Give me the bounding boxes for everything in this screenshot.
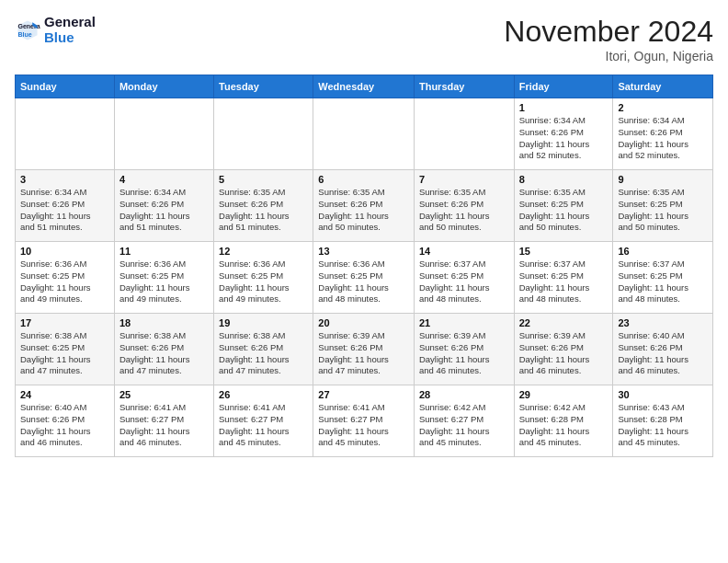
day-info: Sunrise: 6:35 AM Sunset: 6:26 PM Dayligh… xyxy=(318,187,409,234)
location: Itori, Ogun, Nigeria xyxy=(504,49,713,63)
day-info: Sunrise: 6:38 AM Sunset: 6:25 PM Dayligh… xyxy=(20,330,109,377)
day-number: 25 xyxy=(119,389,209,400)
day-number: 2 xyxy=(618,102,708,113)
day-info: Sunrise: 6:39 AM Sunset: 6:26 PM Dayligh… xyxy=(519,330,609,377)
calendar-table: SundayMondayTuesdayWednesdayThursdayFrid… xyxy=(15,75,713,457)
day-cell: 20Sunrise: 6:39 AM Sunset: 6:26 PM Dayli… xyxy=(313,314,415,385)
week-row-4: 17Sunrise: 6:38 AM Sunset: 6:25 PM Dayli… xyxy=(16,314,713,385)
day-cell: 26Sunrise: 6:41 AM Sunset: 6:27 PM Dayli… xyxy=(214,385,313,457)
title-block: November 2024 Itori, Ogun, Nigeria xyxy=(504,15,713,63)
day-number: 13 xyxy=(318,246,409,257)
day-info: Sunrise: 6:35 AM Sunset: 6:25 PM Dayligh… xyxy=(618,187,708,234)
day-number: 14 xyxy=(419,246,509,257)
svg-text:Blue: Blue xyxy=(18,31,32,38)
day-number: 4 xyxy=(119,174,209,185)
day-cell: 11Sunrise: 6:36 AM Sunset: 6:25 PM Dayli… xyxy=(114,242,213,314)
day-number: 21 xyxy=(419,317,509,328)
day-number: 23 xyxy=(618,317,708,328)
day-cell: 7Sunrise: 6:35 AM Sunset: 6:26 PM Daylig… xyxy=(414,170,514,242)
day-number: 10 xyxy=(20,246,109,257)
day-number: 9 xyxy=(618,174,708,185)
day-number: 8 xyxy=(519,174,609,185)
calendar-header: SundayMondayTuesdayWednesdayThursdayFrid… xyxy=(16,75,713,98)
day-info: Sunrise: 6:34 AM Sunset: 6:26 PM Dayligh… xyxy=(519,115,609,162)
day-number: 20 xyxy=(318,317,409,328)
day-info: Sunrise: 6:40 AM Sunset: 6:26 PM Dayligh… xyxy=(20,402,109,449)
day-info: Sunrise: 6:37 AM Sunset: 6:25 PM Dayligh… xyxy=(419,259,509,305)
week-row-5: 24Sunrise: 6:40 AM Sunset: 6:26 PM Dayli… xyxy=(16,385,713,457)
header-day-thursday: Thursday xyxy=(414,75,514,98)
month-title: November 2024 xyxy=(504,15,713,49)
day-cell: 24Sunrise: 6:40 AM Sunset: 6:26 PM Dayli… xyxy=(16,385,115,457)
day-number: 29 xyxy=(519,389,609,400)
day-cell: 2Sunrise: 6:34 AM Sunset: 6:26 PM Daylig… xyxy=(613,98,713,170)
header-day-friday: Friday xyxy=(514,75,613,98)
week-row-3: 10Sunrise: 6:36 AM Sunset: 6:25 PM Dayli… xyxy=(16,242,713,314)
day-info: Sunrise: 6:43 AM Sunset: 6:28 PM Dayligh… xyxy=(618,402,708,449)
day-cell: 8Sunrise: 6:35 AM Sunset: 6:25 PM Daylig… xyxy=(514,170,613,242)
header-day-saturday: Saturday xyxy=(613,75,713,98)
day-number: 17 xyxy=(20,317,109,328)
day-cell: 19Sunrise: 6:38 AM Sunset: 6:26 PM Dayli… xyxy=(214,314,313,385)
day-number: 27 xyxy=(318,389,409,400)
day-info: Sunrise: 6:38 AM Sunset: 6:26 PM Dayligh… xyxy=(219,330,308,377)
header-day-tuesday: Tuesday xyxy=(214,75,313,98)
day-cell: 28Sunrise: 6:42 AM Sunset: 6:27 PM Dayli… xyxy=(414,385,514,457)
day-number: 5 xyxy=(219,174,308,185)
day-cell: 6Sunrise: 6:35 AM Sunset: 6:26 PM Daylig… xyxy=(313,170,415,242)
day-info: Sunrise: 6:39 AM Sunset: 6:26 PM Dayligh… xyxy=(419,330,509,377)
day-info: Sunrise: 6:41 AM Sunset: 6:27 PM Dayligh… xyxy=(219,402,308,449)
day-number: 19 xyxy=(219,317,308,328)
day-cell: 3Sunrise: 6:34 AM Sunset: 6:26 PM Daylig… xyxy=(16,170,115,242)
day-info: Sunrise: 6:35 AM Sunset: 6:26 PM Dayligh… xyxy=(419,187,509,234)
day-info: Sunrise: 6:40 AM Sunset: 6:26 PM Dayligh… xyxy=(618,330,708,377)
day-info: Sunrise: 6:34 AM Sunset: 6:26 PM Dayligh… xyxy=(119,187,209,234)
page-header: General Blue General Blue November 2024 … xyxy=(15,15,713,63)
header-row: SundayMondayTuesdayWednesdayThursdayFrid… xyxy=(16,75,713,98)
day-info: Sunrise: 6:37 AM Sunset: 6:25 PM Dayligh… xyxy=(618,259,708,305)
day-number: 15 xyxy=(519,246,609,257)
day-cell xyxy=(414,98,514,170)
day-info: Sunrise: 6:42 AM Sunset: 6:27 PM Dayligh… xyxy=(419,402,509,449)
day-number: 7 xyxy=(419,174,509,185)
day-cell: 29Sunrise: 6:42 AM Sunset: 6:28 PM Dayli… xyxy=(514,385,613,457)
day-number: 12 xyxy=(219,246,308,257)
day-number: 24 xyxy=(20,389,109,400)
day-info: Sunrise: 6:41 AM Sunset: 6:27 PM Dayligh… xyxy=(119,402,209,449)
day-cell: 12Sunrise: 6:36 AM Sunset: 6:25 PM Dayli… xyxy=(214,242,313,314)
week-row-2: 3Sunrise: 6:34 AM Sunset: 6:26 PM Daylig… xyxy=(16,170,713,242)
day-number: 30 xyxy=(618,389,708,400)
calendar-body: 1Sunrise: 6:34 AM Sunset: 6:26 PM Daylig… xyxy=(16,98,713,457)
day-cell xyxy=(214,98,313,170)
day-cell: 10Sunrise: 6:36 AM Sunset: 6:25 PM Dayli… xyxy=(16,242,115,314)
header-day-sunday: Sunday xyxy=(16,75,115,98)
day-info: Sunrise: 6:36 AM Sunset: 6:25 PM Dayligh… xyxy=(318,259,409,305)
day-info: Sunrise: 6:36 AM Sunset: 6:25 PM Dayligh… xyxy=(219,259,308,305)
day-cell: 13Sunrise: 6:36 AM Sunset: 6:25 PM Dayli… xyxy=(313,242,415,314)
day-cell: 18Sunrise: 6:38 AM Sunset: 6:26 PM Dayli… xyxy=(114,314,213,385)
day-info: Sunrise: 6:41 AM Sunset: 6:27 PM Dayligh… xyxy=(318,402,409,449)
day-cell xyxy=(313,98,415,170)
header-day-wednesday: Wednesday xyxy=(313,75,415,98)
day-cell: 5Sunrise: 6:35 AM Sunset: 6:26 PM Daylig… xyxy=(214,170,313,242)
day-number: 11 xyxy=(119,246,209,257)
day-cell: 17Sunrise: 6:38 AM Sunset: 6:25 PM Dayli… xyxy=(16,314,115,385)
day-cell: 15Sunrise: 6:37 AM Sunset: 6:25 PM Dayli… xyxy=(514,242,613,314)
day-cell: 27Sunrise: 6:41 AM Sunset: 6:27 PM Dayli… xyxy=(313,385,415,457)
day-cell: 22Sunrise: 6:39 AM Sunset: 6:26 PM Dayli… xyxy=(514,314,613,385)
day-cell: 21Sunrise: 6:39 AM Sunset: 6:26 PM Dayli… xyxy=(414,314,514,385)
day-info: Sunrise: 6:35 AM Sunset: 6:25 PM Dayligh… xyxy=(519,187,609,234)
day-cell xyxy=(114,98,213,170)
day-cell: 30Sunrise: 6:43 AM Sunset: 6:28 PM Dayli… xyxy=(613,385,713,457)
logo: General Blue General Blue xyxy=(15,15,96,45)
week-row-1: 1Sunrise: 6:34 AM Sunset: 6:26 PM Daylig… xyxy=(16,98,713,170)
logo-text: General Blue xyxy=(44,15,96,45)
day-number: 1 xyxy=(519,102,609,113)
day-cell: 23Sunrise: 6:40 AM Sunset: 6:26 PM Dayli… xyxy=(613,314,713,385)
day-number: 16 xyxy=(618,246,708,257)
day-number: 3 xyxy=(20,174,109,185)
day-info: Sunrise: 6:37 AM Sunset: 6:25 PM Dayligh… xyxy=(519,259,609,305)
day-cell: 16Sunrise: 6:37 AM Sunset: 6:25 PM Dayli… xyxy=(613,242,713,314)
day-cell: 25Sunrise: 6:41 AM Sunset: 6:27 PM Dayli… xyxy=(114,385,213,457)
day-number: 18 xyxy=(119,317,209,328)
